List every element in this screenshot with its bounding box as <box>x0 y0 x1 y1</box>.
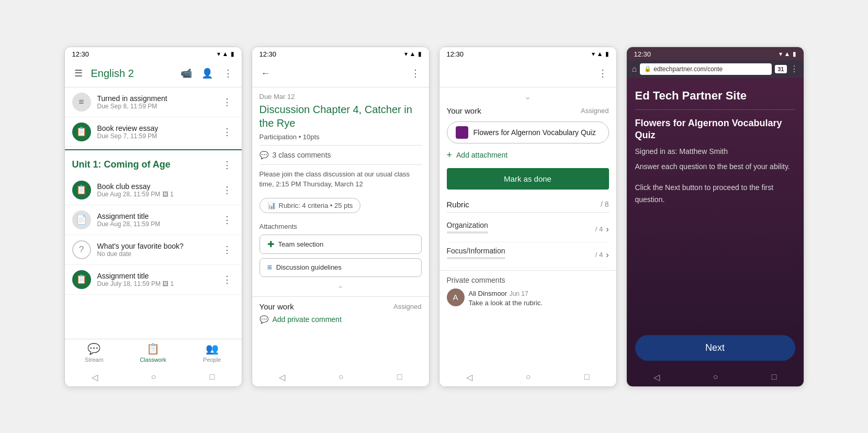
screen3-content: ⌄ Your work Assigned Flowers for Algerno… <box>439 87 616 368</box>
site-title: Ed Tech Partner Site <box>635 88 795 104</box>
screen3-status-icons: ▾ ▲ ▮ <box>592 50 609 58</box>
home-nav-btn[interactable]: ○ <box>151 372 156 382</box>
tab-count[interactable]: 31 <box>775 65 786 73</box>
home-nav-btn3[interactable]: ○ <box>526 372 531 382</box>
home-browser-icon[interactable]: ⌂ <box>632 64 637 74</box>
screen2-status-icons: ▾ ▲ ▮ <box>404 50 422 58</box>
list-item[interactable]: ≡ Turned in assignment Due Sep 8, 11:59 … <box>65 87 242 117</box>
attachment-team-selection[interactable]: ✚ Team selection <box>260 235 422 254</box>
recents-nav-btn2[interactable]: □ <box>397 372 402 382</box>
comments-row[interactable]: 💬 3 class comments <box>252 146 429 164</box>
quiz-card[interactable]: Flowers for Algernon Vocabulary Quiz <box>447 121 609 143</box>
screen3-time: 12:30 <box>447 50 464 58</box>
nav-people[interactable]: 👥 People <box>183 342 242 363</box>
back-nav-btn4[interactable]: ◁ <box>653 372 660 382</box>
item-more-2[interactable]: ⋮ <box>220 125 234 139</box>
signal-icon3: ▲ <box>597 50 603 58</box>
more-vert-icon[interactable]: ⋮ <box>221 66 235 81</box>
pc-content: Ali Dinsmoor Jun 17 Take a look at the r… <box>469 288 609 307</box>
rubric-row-org[interactable]: Organization / 4 › <box>447 217 609 242</box>
url-bar[interactable]: 🔒 edtechpartner.com/conte <box>640 63 772 75</box>
next-button[interactable]: Next <box>635 335 795 361</box>
web-content: Ed Tech Partner Site Flowers for Algerno… <box>627 78 804 328</box>
assignment-text-3: Book club essay Due Aug 28, 11:59 PM 🖼 1 <box>97 182 213 198</box>
nav-stream[interactable]: 💬 Stream <box>65 342 124 363</box>
item-more-4[interactable]: ⋮ <box>220 213 234 227</box>
chevron-right-org: › <box>606 225 608 234</box>
more-vert-icon3[interactable]: ⋮ <box>595 66 610 81</box>
battery-icon2: ▮ <box>418 50 422 58</box>
rubric-score-row-focus: / 4 › <box>595 250 609 260</box>
private-comment-row[interactable]: 💬 Add private comment <box>260 315 422 324</box>
list-item[interactable]: 📋 Assignment title Due July 18, 11:59 PM… <box>65 265 242 295</box>
screen2-frame: 12:30 ▾ ▲ ▮ ← ⋮ Due Mar 12 Discussion Ch… <box>252 47 430 387</box>
recents-nav-btn4[interactable]: □ <box>772 372 777 382</box>
list-item[interactable]: 📋 Book club essay Due Aug 28, 11:59 PM 🖼… <box>65 175 242 205</box>
assignment-due-4: Due Aug 28, 11:59 PM <box>97 220 213 228</box>
rubric-name-focus: Focus/Information <box>447 247 505 255</box>
people-label: People <box>203 357 221 363</box>
instruction1: Answer each question to the best of your… <box>635 161 795 172</box>
rubric-icon: 📊 <box>267 202 276 209</box>
item-more-5[interactable]: ⋮ <box>220 242 234 257</box>
rubric-score-row-org: / 4 › <box>595 225 609 234</box>
wifi-icon3: ▾ <box>592 50 595 58</box>
back-nav-btn2[interactable]: ◁ <box>279 372 285 382</box>
list-item[interactable]: ? What's your favorite book? No due date… <box>65 235 242 265</box>
item-more-3[interactable]: ⋮ <box>220 183 234 197</box>
screen2-time: 12:30 <box>260 50 277 58</box>
screens-container: 12:30 ▾ ▲ ▮ ☰ English 2 📹 👤 ⋮ ≡ Turned i… <box>49 26 820 408</box>
wifi-icon4: ▾ <box>779 50 782 58</box>
list-item[interactable]: 📋 Book review essay Due Sep 7, 11:59 PM … <box>65 117 242 147</box>
item-more-1[interactable]: ⋮ <box>220 95 234 109</box>
back-nav-btn[interactable]: ◁ <box>92 372 98 382</box>
comment-date: Jun 17 <box>510 290 528 297</box>
screen1-frame: 12:30 ▾ ▲ ▮ ☰ English 2 📹 👤 ⋮ ≡ Turned i… <box>64 47 242 387</box>
attachment-count-icon: 🖼 1 <box>162 191 174 198</box>
list-item[interactable]: 📄 Assignment title Due Aug 28, 11:59 PM … <box>65 205 242 235</box>
nav-classwork[interactable]: 📋 Classwork <box>123 342 183 363</box>
rubric-section: Rubric / 8 Organization / 4 › <box>439 195 616 270</box>
assignment-icon-4: 📄 <box>72 210 91 229</box>
mark-done-button[interactable]: Mark as done <box>447 168 609 190</box>
rubric-row-focus[interactable]: Focus/Information / 4 › <box>447 242 609 268</box>
home-nav-btn2[interactable]: ○ <box>339 372 344 382</box>
screen3-app-bar: ⋮ <box>439 60 616 87</box>
rubric-chip[interactable]: 📊 Rubric: 4 criteria • 25 pts <box>260 198 361 213</box>
stream-label: Stream <box>85 357 103 363</box>
attachment-discussion-guidelines[interactable]: ≡ Discussion guidelines <box>260 258 422 277</box>
screen1-status-bar: 12:30 ▾ ▲ ▮ <box>65 47 242 60</box>
rubric-row-focus-content: Focus/Information <box>447 247 505 263</box>
signal-icon: ▲ <box>222 50 229 58</box>
section-more-icon[interactable]: ⋮ <box>220 158 234 172</box>
browser-more-icon[interactable]: ⋮ <box>790 64 798 74</box>
wifi-icon: ▾ <box>217 50 220 58</box>
scroll-up-indicator: ⌃ <box>252 283 429 296</box>
more-vert-icon2[interactable]: ⋮ <box>408 66 423 81</box>
video-icon[interactable]: 📹 <box>179 66 194 81</box>
add-attachment-row[interactable]: + Add attachment <box>447 148 609 163</box>
menu-icon[interactable]: ☰ <box>71 66 86 81</box>
score-bar-focus <box>447 257 505 259</box>
home-nav-btn4[interactable]: ○ <box>713 372 718 382</box>
due-label: Due Mar 12 <box>260 93 422 101</box>
back-nav-btn3[interactable]: ◁ <box>466 372 472 382</box>
item-more-6[interactable]: ⋮ <box>220 272 234 287</box>
screen1-status-icons: ▾ ▲ ▮ <box>217 50 234 58</box>
assignment-icon-2: 📋 <box>72 123 91 141</box>
assigned-badge3: Assigned <box>581 107 608 115</box>
back-icon[interactable]: ← <box>258 66 273 81</box>
rubric-pts-org: / 4 <box>595 225 603 233</box>
assignment-due-6: Due July 18, 11:59 PM 🖼 1 <box>97 280 213 287</box>
person-add-icon[interactable]: 👤 <box>200 66 215 81</box>
commenter-name: Ali Dinsmoor <box>469 290 508 297</box>
recents-nav-btn3[interactable]: □ <box>584 372 590 382</box>
recents-nav-btn[interactable]: □ <box>210 372 215 382</box>
team-selection-icon: ✚ <box>267 239 274 249</box>
score-bar-org <box>447 231 488 234</box>
rubric-row-org-content: Organization <box>447 221 488 238</box>
rubric-pts-focus: / 4 <box>595 251 603 259</box>
detail-header: Due Mar 12 Discussion Chapter 4, Catcher… <box>252 87 429 145</box>
screen3-system-nav: ◁ ○ □ <box>439 368 616 386</box>
signal-icon4: ▲ <box>784 50 791 58</box>
